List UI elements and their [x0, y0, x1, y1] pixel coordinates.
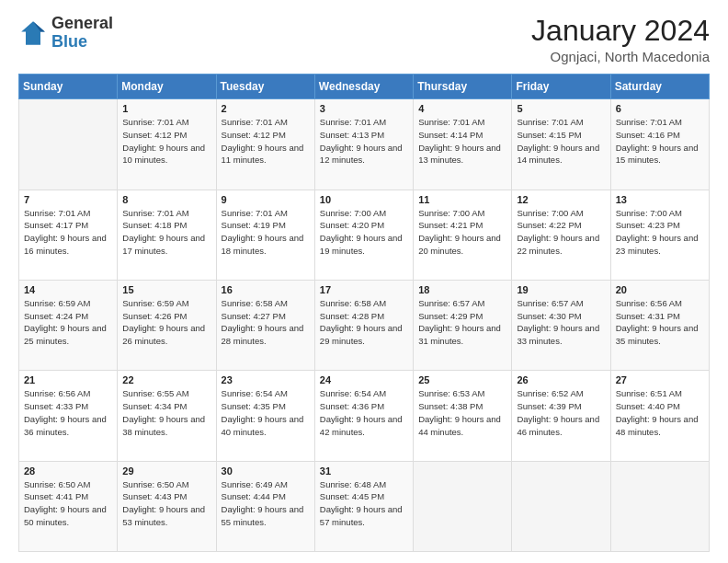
subtitle: Ognjaci, North Macedonia: [531, 49, 710, 64]
calendar-week-row: 21Sunrise: 6:56 AMSunset: 4:33 PMDayligh…: [19, 371, 710, 461]
calendar-cell: 2Sunrise: 7:01 AMSunset: 4:12 PMDaylight…: [216, 99, 314, 190]
day-number: 15: [122, 284, 210, 295]
calendar-cell: 5Sunrise: 7:01 AMSunset: 4:15 PMDaylight…: [512, 99, 610, 190]
day-number: 10: [320, 194, 408, 205]
title-block: January 2024 Ognjaci, North Macedonia: [531, 15, 710, 64]
day-number: 21: [24, 374, 112, 385]
calendar-cell: 26Sunrise: 6:52 AMSunset: 4:39 PMDayligh…: [512, 371, 610, 461]
calendar-cell: 24Sunrise: 6:54 AMSunset: 4:36 PMDayligh…: [314, 371, 413, 461]
day-info: Sunrise: 6:54 AMSunset: 4:36 PMDaylight:…: [320, 387, 408, 438]
calendar-header-row: SundayMondayTuesdayWednesdayThursdayFrid…: [19, 75, 710, 99]
day-info: Sunrise: 7:00 AMSunset: 4:22 PMDaylight:…: [517, 207, 605, 258]
day-info: Sunrise: 7:01 AMSunset: 4:17 PMDaylight:…: [24, 207, 112, 258]
calendar-weekday-header: Tuesday: [216, 75, 314, 99]
day-number: 3: [320, 103, 408, 114]
day-number: 1: [122, 103, 210, 114]
day-info: Sunrise: 7:01 AMSunset: 4:13 PMDaylight:…: [320, 116, 408, 167]
day-info: Sunrise: 6:50 AMSunset: 4:41 PMDaylight:…: [24, 478, 112, 529]
day-info: Sunrise: 6:59 AMSunset: 4:24 PMDaylight:…: [24, 297, 112, 348]
calendar-cell: 12Sunrise: 7:00 AMSunset: 4:22 PMDayligh…: [512, 190, 610, 280]
day-info: Sunrise: 7:01 AMSunset: 4:12 PMDaylight:…: [122, 116, 210, 167]
day-info: Sunrise: 6:54 AMSunset: 4:35 PMDaylight:…: [222, 387, 310, 438]
header: General Blue January 2024 Ognjaci, North…: [18, 15, 710, 64]
main-title: January 2024: [531, 15, 710, 47]
calendar-cell: [610, 461, 709, 551]
calendar-cell: 20Sunrise: 6:56 AMSunset: 4:31 PMDayligh…: [610, 280, 709, 370]
calendar-cell: 28Sunrise: 6:50 AMSunset: 4:41 PMDayligh…: [19, 461, 118, 551]
calendar-cell: 14Sunrise: 6:59 AMSunset: 4:24 PMDayligh…: [19, 280, 118, 370]
day-number: 18: [418, 284, 506, 295]
day-info: Sunrise: 6:58 AMSunset: 4:28 PMDaylight:…: [320, 297, 408, 348]
day-number: 28: [24, 465, 112, 477]
day-number: 22: [122, 374, 210, 385]
day-number: 30: [222, 465, 310, 477]
day-info: Sunrise: 7:00 AMSunset: 4:23 PMDaylight:…: [616, 207, 704, 258]
day-info: Sunrise: 6:57 AMSunset: 4:29 PMDaylight:…: [418, 297, 506, 348]
day-info: Sunrise: 6:56 AMSunset: 4:33 PMDaylight:…: [24, 387, 112, 438]
calendar-cell: 1Sunrise: 7:01 AMSunset: 4:12 PMDaylight…: [118, 99, 216, 190]
calendar-cell: [512, 461, 610, 551]
calendar-cell: 19Sunrise: 6:57 AMSunset: 4:30 PMDayligh…: [512, 280, 610, 370]
calendar-cell: 29Sunrise: 6:50 AMSunset: 4:43 PMDayligh…: [118, 461, 216, 551]
day-info: Sunrise: 7:01 AMSunset: 4:16 PMDaylight:…: [616, 116, 704, 167]
calendar-cell: 9Sunrise: 7:01 AMSunset: 4:19 PMDaylight…: [216, 190, 314, 280]
day-number: 14: [24, 284, 112, 295]
calendar-cell: 27Sunrise: 6:51 AMSunset: 4:40 PMDayligh…: [610, 371, 709, 461]
day-number: 13: [616, 194, 704, 205]
day-info: Sunrise: 7:01 AMSunset: 4:18 PMDaylight:…: [122, 207, 210, 258]
day-info: Sunrise: 6:51 AMSunset: 4:40 PMDaylight:…: [616, 387, 704, 438]
day-info: Sunrise: 7:01 AMSunset: 4:12 PMDaylight:…: [222, 116, 310, 167]
logo-line1: General: [51, 15, 113, 33]
day-info: Sunrise: 7:01 AMSunset: 4:15 PMDaylight:…: [517, 116, 605, 167]
calendar-week-row: 1Sunrise: 7:01 AMSunset: 4:12 PMDaylight…: [19, 99, 710, 190]
day-number: 17: [320, 284, 408, 295]
calendar-week-row: 14Sunrise: 6:59 AMSunset: 4:24 PMDayligh…: [19, 280, 710, 370]
logo-icon: [18, 18, 48, 48]
day-info: Sunrise: 6:50 AMSunset: 4:43 PMDaylight:…: [122, 478, 210, 529]
calendar-weekday-header: Thursday: [414, 75, 512, 99]
day-info: Sunrise: 6:57 AMSunset: 4:30 PMDaylight:…: [517, 297, 605, 348]
day-info: Sunrise: 6:59 AMSunset: 4:26 PMDaylight:…: [122, 297, 210, 348]
calendar-cell: [19, 99, 118, 190]
day-info: Sunrise: 6:52 AMSunset: 4:39 PMDaylight:…: [517, 387, 605, 438]
day-info: Sunrise: 7:01 AMSunset: 4:14 PMDaylight:…: [418, 116, 506, 167]
calendar-cell: 21Sunrise: 6:56 AMSunset: 4:33 PMDayligh…: [19, 371, 118, 461]
page: General Blue January 2024 Ognjaci, North…: [0, 0, 728, 563]
calendar-weekday-header: Sunday: [19, 75, 118, 99]
calendar-cell: 22Sunrise: 6:55 AMSunset: 4:34 PMDayligh…: [118, 371, 216, 461]
day-info: Sunrise: 6:55 AMSunset: 4:34 PMDaylight:…: [122, 387, 210, 438]
logo: General Blue: [18, 15, 113, 52]
day-number: 7: [24, 194, 112, 205]
svg-marker-0: [21, 21, 45, 45]
calendar-weekday-header: Wednesday: [314, 75, 413, 99]
calendar-weekday-header: Friday: [512, 75, 610, 99]
calendar-cell: 16Sunrise: 6:58 AMSunset: 4:27 PMDayligh…: [216, 280, 314, 370]
calendar-cell: 11Sunrise: 7:00 AMSunset: 4:21 PMDayligh…: [414, 190, 512, 280]
day-number: 29: [122, 465, 210, 477]
calendar-cell: 3Sunrise: 7:01 AMSunset: 4:13 PMDaylight…: [314, 99, 413, 190]
day-info: Sunrise: 7:01 AMSunset: 4:19 PMDaylight:…: [222, 207, 310, 258]
day-info: Sunrise: 6:53 AMSunset: 4:38 PMDaylight:…: [418, 387, 506, 438]
day-number: 12: [517, 194, 605, 205]
day-info: Sunrise: 7:00 AMSunset: 4:20 PMDaylight:…: [320, 207, 408, 258]
calendar-cell: [414, 461, 512, 551]
calendar-cell: 17Sunrise: 6:58 AMSunset: 4:28 PMDayligh…: [314, 280, 413, 370]
calendar-cell: 6Sunrise: 7:01 AMSunset: 4:16 PMDaylight…: [610, 99, 709, 190]
calendar-table: SundayMondayTuesdayWednesdayThursdayFrid…: [18, 74, 710, 552]
calendar-cell: 10Sunrise: 7:00 AMSunset: 4:20 PMDayligh…: [314, 190, 413, 280]
day-number: 8: [122, 194, 210, 205]
day-info: Sunrise: 6:56 AMSunset: 4:31 PMDaylight:…: [616, 297, 704, 348]
calendar-cell: 13Sunrise: 7:00 AMSunset: 4:23 PMDayligh…: [610, 190, 709, 280]
day-info: Sunrise: 6:58 AMSunset: 4:27 PMDaylight:…: [222, 297, 310, 348]
calendar-cell: 23Sunrise: 6:54 AMSunset: 4:35 PMDayligh…: [216, 371, 314, 461]
day-number: 24: [320, 374, 408, 385]
calendar-cell: 18Sunrise: 6:57 AMSunset: 4:29 PMDayligh…: [414, 280, 512, 370]
day-number: 23: [222, 374, 310, 385]
calendar-cell: 25Sunrise: 6:53 AMSunset: 4:38 PMDayligh…: [414, 371, 512, 461]
calendar-cell: 31Sunrise: 6:48 AMSunset: 4:45 PMDayligh…: [314, 461, 413, 551]
day-info: Sunrise: 6:48 AMSunset: 4:45 PMDaylight:…: [320, 478, 408, 529]
day-number: 25: [418, 374, 506, 385]
calendar-weekday-header: Saturday: [610, 75, 709, 99]
day-number: 4: [418, 103, 506, 114]
day-number: 16: [222, 284, 310, 295]
